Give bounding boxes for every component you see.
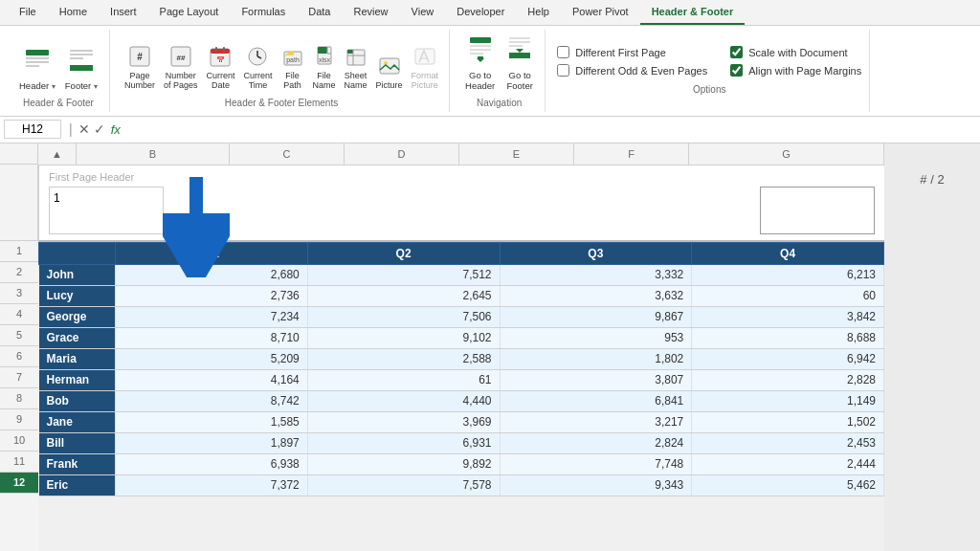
cell-name-5[interactable]: Herman: [39, 369, 116, 390]
footer-button[interactable]: Footer ▾: [61, 46, 101, 94]
format-picture-button[interactable]: FormatPicture: [409, 43, 442, 94]
cell-name-2[interactable]: George: [39, 306, 116, 327]
cell-q3-8[interactable]: 2,824: [500, 432, 692, 453]
cell-name-9[interactable]: Frank: [39, 453, 116, 474]
table-row[interactable]: Bob 8,742 4,440 6,841 1,149: [39, 390, 884, 411]
cell-name-1[interactable]: Lucy: [39, 285, 116, 306]
cell-q1-0[interactable]: 2,680: [116, 264, 308, 285]
cell-q2-6[interactable]: 4,440: [307, 390, 500, 411]
tab-view[interactable]: View: [400, 0, 446, 25]
different-first-page-checkbox[interactable]: [557, 46, 569, 58]
table-row[interactable]: Eric 7,372 7,578 9,343 5,462: [39, 474, 884, 496]
cell-q1-10[interactable]: 7,372: [116, 474, 308, 496]
header-cell-left[interactable]: 1: [49, 187, 164, 234]
current-time-button[interactable]: CurrentTime: [240, 43, 275, 94]
cell-q3-4[interactable]: 1,802: [500, 348, 692, 369]
tab-insert[interactable]: Insert: [99, 0, 148, 25]
col-header-b[interactable]: B: [77, 143, 230, 165]
file-path-button[interactable]: path FilePath: [278, 43, 307, 94]
tab-header-footer[interactable]: Header & Footer: [640, 0, 746, 25]
scale-with-document-checkbox[interactable]: [730, 46, 743, 58]
cell-name-7[interactable]: Jane: [39, 411, 116, 432]
tab-power-pivot[interactable]: Power Pivot: [561, 0, 640, 25]
function-icon[interactable]: fx: [111, 122, 121, 137]
cell-q4-3[interactable]: 8,688: [692, 327, 884, 348]
cell-q3-5[interactable]: 3,807: [500, 369, 692, 390]
go-to-header-button[interactable]: Go toHeader: [461, 33, 499, 94]
cell-name-6[interactable]: Bob: [39, 390, 116, 411]
cell-q2-1[interactable]: 2,645: [307, 285, 500, 306]
cell-q4-5[interactable]: 2,828: [692, 369, 884, 390]
cell-q4-0[interactable]: 6,213: [692, 264, 884, 285]
cell-q3-7[interactable]: 3,217: [500, 411, 692, 432]
col-header-g[interactable]: G: [689, 143, 884, 165]
cell-q4-7[interactable]: 1,502: [692, 411, 884, 432]
tab-data[interactable]: Data: [297, 0, 342, 25]
tab-review[interactable]: Review: [342, 0, 399, 25]
cell-q3-1[interactable]: 3,632: [500, 285, 692, 306]
cell-q2-0[interactable]: 7,512: [307, 264, 500, 285]
tab-home[interactable]: Home: [48, 0, 99, 25]
header-cell-center[interactable]: [167, 187, 756, 234]
current-date-button[interactable]: 📅 CurrentDate: [203, 43, 237, 94]
tab-file[interactable]: File: [8, 0, 48, 25]
confirm-formula-button[interactable]: ✓: [94, 121, 105, 137]
cell-q1-6[interactable]: 8,742: [116, 390, 308, 411]
cancel-formula-button[interactable]: ✕: [78, 121, 90, 137]
cell-q3-3[interactable]: 953: [500, 327, 692, 348]
cell-q2-5[interactable]: 61: [307, 369, 500, 390]
cell-q3-0[interactable]: 3,332: [500, 264, 692, 285]
table-row[interactable]: Frank 6,938 9,892 7,748 2,444: [39, 453, 884, 474]
col-header-d[interactable]: D: [345, 143, 459, 165]
cell-q4-6[interactable]: 1,149: [692, 390, 884, 411]
header-button[interactable]: Header ▾: [15, 46, 59, 94]
cell-reference-input[interactable]: [4, 120, 61, 139]
cell-q3-2[interactable]: 9,867: [500, 306, 692, 327]
file-name-button[interactable]: xlsx FileName: [310, 43, 339, 94]
cell-q4-8[interactable]: 2,453: [692, 432, 884, 453]
tab-help[interactable]: Help: [516, 0, 561, 25]
col-header-e[interactable]: E: [459, 143, 574, 165]
cell-q1-4[interactable]: 5,209: [116, 348, 308, 369]
cell-q1-8[interactable]: 1,897: [116, 432, 308, 453]
table-row[interactable]: Lucy 2,736 2,645 3,632 60: [39, 285, 884, 306]
cell-q4-2[interactable]: 3,842: [692, 306, 884, 327]
header-cell-right[interactable]: [760, 187, 875, 234]
cell-q2-8[interactable]: 6,931: [307, 432, 500, 453]
cell-q4-10[interactable]: 5,462: [692, 474, 884, 496]
cell-q1-9[interactable]: 6,938: [116, 453, 308, 474]
tab-page-layout[interactable]: Page Layout: [148, 0, 231, 25]
cell-name-3[interactable]: Grace: [39, 327, 116, 348]
cell-q3-9[interactable]: 7,748: [500, 453, 692, 474]
cell-q1-3[interactable]: 8,710: [116, 327, 308, 348]
cell-q2-7[interactable]: 3,969: [307, 411, 500, 432]
number-of-pages-button[interactable]: ## Numberof Pages: [161, 43, 201, 94]
cell-name-0[interactable]: John: [39, 264, 116, 285]
cell-q2-4[interactable]: 2,588: [307, 348, 500, 369]
cell-q2-9[interactable]: 9,892: [307, 453, 500, 474]
cell-q2-2[interactable]: 7,506: [307, 306, 500, 327]
table-row[interactable]: John 2,680 7,512 3,332 6,213: [39, 264, 884, 285]
table-row[interactable]: George 7,234 7,506 9,867 3,842: [39, 306, 884, 327]
picture-button[interactable]: Picture: [373, 53, 406, 94]
tab-formulas[interactable]: Formulas: [230, 0, 297, 25]
cell-q4-4[interactable]: 6,942: [692, 348, 884, 369]
cell-q2-10[interactable]: 7,578: [307, 474, 500, 496]
table-row[interactable]: Jane 1,585 3,969 3,217 1,502: [39, 411, 884, 432]
cell-q1-5[interactable]: 4,164: [116, 369, 308, 390]
formula-input[interactable]: [124, 121, 976, 138]
cell-q1-7[interactable]: 1,585: [116, 411, 308, 432]
cell-name-4[interactable]: Maria: [39, 348, 116, 369]
cell-q1-2[interactable]: 7,234: [116, 306, 308, 327]
table-row[interactable]: Herman 4,164 61 3,807 2,828: [39, 369, 884, 390]
table-row[interactable]: Maria 5,209 2,588 1,802 6,942: [39, 348, 884, 369]
col-header-f[interactable]: F: [574, 143, 689, 165]
table-row[interactable]: Bill 1,897 6,931 2,824 2,453: [39, 432, 884, 453]
col-header-c[interactable]: C: [230, 143, 345, 165]
cell-name-8[interactable]: Bill: [39, 432, 116, 453]
tab-developer[interactable]: Developer: [445, 0, 516, 25]
go-to-footer-button[interactable]: Go toFooter: [502, 33, 537, 94]
cell-q3-10[interactable]: 9,343: [500, 474, 692, 496]
cell-q4-9[interactable]: 2,444: [692, 453, 884, 474]
cell-q1-1[interactable]: 2,736: [116, 285, 308, 306]
